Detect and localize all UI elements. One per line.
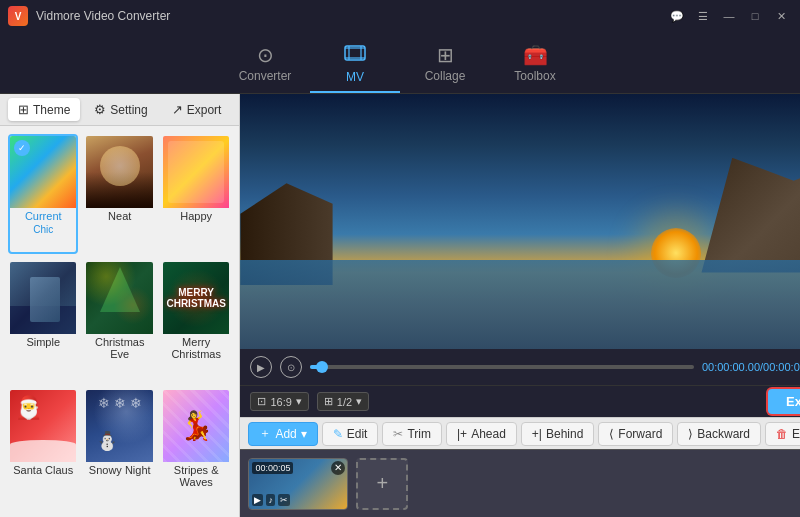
stop-button[interactable]: ⊙ <box>280 356 302 378</box>
export-button[interactable]: Export <box>768 389 800 414</box>
sub-tab-export-label: Export <box>187 103 222 117</box>
aspect-ratio-select[interactable]: ⊡ 16:9 ▾ <box>250 392 308 411</box>
forward-button[interactable]: ⟨ Forward <box>598 422 673 446</box>
aspect-ratio-icon: ⊡ <box>257 395 266 408</box>
theme-thumb-christmas-eve <box>86 262 152 334</box>
playback-bar: ▶ ⊙ 00:00:00.00/00:00:08.02 🔊 <box>240 349 800 385</box>
clip-action-icons: ▶ ♪ ✂ <box>252 494 290 506</box>
size-value: 1/2 <box>337 396 352 408</box>
sub-tab-setting[interactable]: ⚙ Setting <box>84 98 157 121</box>
sub-tabs: ⊞ Theme ⚙ Setting ↗ Export <box>0 94 239 126</box>
main-layout: ⊞ Theme ⚙ Setting ↗ Export ✓ Current Chi… <box>0 94 800 517</box>
size-select[interactable]: ⊞ 1/2 ▾ <box>317 392 369 411</box>
trim-icon: ✂ <box>393 427 403 441</box>
theme-item-neat[interactable]: Neat <box>84 134 154 254</box>
tab-mv[interactable]: MV <box>310 37 400 93</box>
aspect-ratio-value: 16:9 <box>270 396 291 408</box>
time-display: 00:00:00.00/00:00:08.02 <box>702 361 800 373</box>
theme-item-merry-christmas[interactable]: MERRYCHRISTMAS Merry Christmas <box>161 260 231 381</box>
edit-icon: ✎ <box>333 427 343 441</box>
add-label: Add <box>275 427 296 441</box>
clip-cut-icon: ✂ <box>278 494 290 506</box>
window-controls: 💬 ☰ — □ ✕ <box>666 7 792 25</box>
theme-thumb-merry-christmas: MERRYCHRISTMAS <box>163 262 229 334</box>
close-button[interactable]: ✕ <box>770 7 792 25</box>
size-icon: ⊞ <box>324 395 333 408</box>
theme-label-merry-christmas: Merry Christmas <box>163 334 229 362</box>
format-bar-wrapper: ⊡ 16:9 ▾ ⊞ 1/2 ▾ Export <box>240 385 800 417</box>
empty-label: Empty <box>792 427 800 441</box>
collage-icon: ⊞ <box>437 45 454 65</box>
behind-icon: +| <box>532 427 542 441</box>
ahead-icon: |+ <box>457 427 467 441</box>
edit-button[interactable]: ✎ Edit <box>322 422 379 446</box>
theme-label-current: Current <box>10 208 76 224</box>
tab-collage[interactable]: ⊞ Collage <box>400 37 490 93</box>
empty-button[interactable]: 🗑 Empty <box>765 422 800 446</box>
theme-thumb-santa-claus: 🎅 <box>10 390 76 462</box>
theme-thumb-simple <box>10 262 76 334</box>
sub-tab-theme[interactable]: ⊞ Theme <box>8 98 80 121</box>
backward-icon: ⟩ <box>688 427 693 441</box>
tab-converter[interactable]: ⊙ Converter <box>220 37 310 93</box>
edit-label: Edit <box>347 427 368 441</box>
theme-thumb-happy <box>163 136 229 208</box>
theme-item-current[interactable]: ✓ Current Chic <box>8 134 78 254</box>
converter-icon: ⊙ <box>257 45 274 65</box>
clip-close-button[interactable]: ✕ <box>331 461 345 475</box>
theme-item-stripes-waves[interactable]: 💃 Stripes & Waves <box>161 388 231 509</box>
play-button[interactable]: ▶ <box>250 356 272 378</box>
left-panel: ⊞ Theme ⚙ Setting ↗ Export ✓ Current Chi… <box>0 94 240 517</box>
empty-icon: 🗑 <box>776 427 788 441</box>
theme-item-snowy-night[interactable]: ⛄ ❄ ❄ ❄ Snowy Night <box>84 388 154 509</box>
video-background <box>240 94 800 349</box>
tab-toolbox[interactable]: 🧰 Toolbox <box>490 37 580 93</box>
add-dropdown-icon: ▾ <box>301 427 307 441</box>
theme-selected-indicator: ✓ <box>14 140 30 156</box>
add-clip-button[interactable]: + <box>356 458 408 510</box>
theme-grid-icon: ⊞ <box>18 102 29 117</box>
theme-label-stripes-waves: Stripes & Waves <box>163 462 229 490</box>
forward-label: Forward <box>618 427 662 441</box>
ahead-button[interactable]: |+ Ahead <box>446 422 517 446</box>
minimize-button[interactable]: — <box>718 7 740 25</box>
export-arrow-icon: ↗ <box>172 102 183 117</box>
theme-item-santa-claus[interactable]: 🎅 Santa Claus <box>8 388 78 509</box>
toolbox-icon: 🧰 <box>523 45 548 65</box>
clip-play-icon: ▶ <box>252 494 263 506</box>
theme-item-simple[interactable]: Simple <box>8 260 78 381</box>
progress-knob <box>316 361 328 373</box>
maximize-button[interactable]: □ <box>744 7 766 25</box>
backward-label: Backward <box>697 427 750 441</box>
add-icon: ＋ <box>259 425 271 442</box>
title-bar-left: V Vidmore Video Converter <box>8 6 170 26</box>
backward-button[interactable]: ⟩ Backward <box>677 422 761 446</box>
theme-item-happy[interactable]: Happy <box>161 134 231 254</box>
clip-time: 00:00:05 <box>252 462 293 474</box>
trim-button[interactable]: ✂ Trim <box>382 422 442 446</box>
message-button[interactable]: 💬 <box>666 7 688 25</box>
theme-chic-label: Chic <box>10 224 76 235</box>
size-dropdown-icon: ▾ <box>356 395 362 408</box>
title-bar: V Vidmore Video Converter 💬 ☰ — □ ✕ <box>0 0 800 32</box>
tab-collage-label: Collage <box>425 69 466 83</box>
theme-grid: ✓ Current Chic Neat Happy <box>0 126 239 517</box>
timeline-clip[interactable]: 00:00:05 ▶ ♪ ✂ ✕ <box>248 458 348 510</box>
theme-item-christmas-eve[interactable]: Christmas Eve <box>84 260 154 381</box>
format-bar: ⊡ 16:9 ▾ ⊞ 1/2 ▾ Export <box>240 385 800 417</box>
theme-label-christmas-eve: Christmas Eve <box>86 334 152 362</box>
forward-icon: ⟨ <box>609 427 614 441</box>
mv-icon <box>344 45 366 66</box>
clip-music-icon: ♪ <box>266 494 275 506</box>
app-icon: V <box>8 6 28 26</box>
menu-button[interactable]: ☰ <box>692 7 714 25</box>
trim-label: Trim <box>407 427 431 441</box>
theme-label-happy: Happy <box>163 208 229 224</box>
sub-tab-export[interactable]: ↗ Export <box>162 98 232 121</box>
theme-thumb-stripes-waves: 💃 <box>163 390 229 462</box>
theme-label-snowy-night: Snowy Night <box>86 462 152 478</box>
add-button[interactable]: ＋ Add ▾ <box>248 422 317 446</box>
progress-bar[interactable] <box>310 365 693 369</box>
aspect-ratio-dropdown-icon: ▾ <box>296 395 302 408</box>
behind-button[interactable]: +| Behind <box>521 422 595 446</box>
